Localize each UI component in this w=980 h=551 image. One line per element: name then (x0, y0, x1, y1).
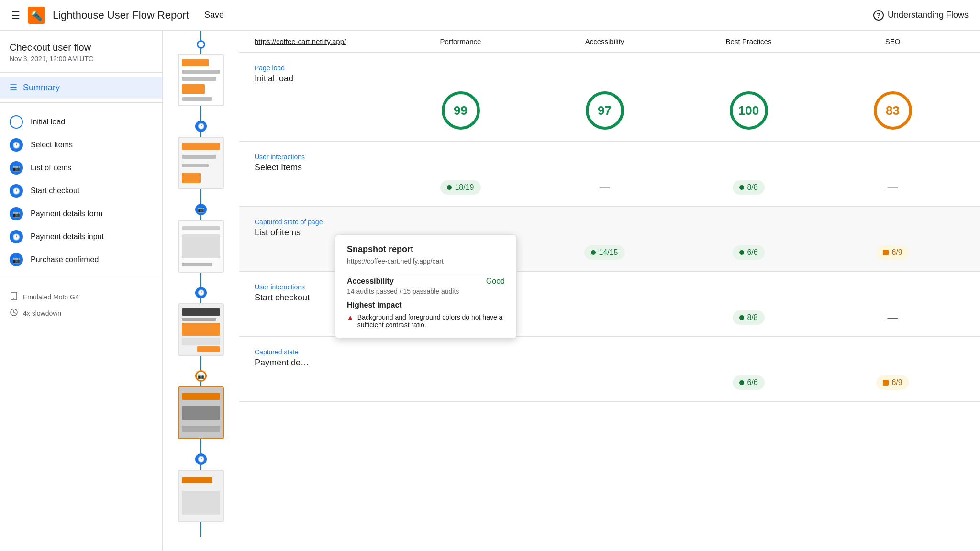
tooltip-a11y-sub: 14 audits passed / 15 passable audits (347, 287, 505, 295)
timeline-item-3: 📷 (178, 204, 224, 287)
circle-score-100: 100 (730, 91, 768, 130)
tooltip-divider (347, 272, 505, 272)
score-cell-a11y: 97 (533, 91, 677, 130)
clock-icon: 🕐 (10, 184, 23, 198)
sidebar-item-payment-details-input[interactable]: 🕐 Payment details input (0, 225, 162, 248)
col-performance: Performance (389, 37, 533, 45)
timeline-dot-clock-3: 🕐 (195, 453, 207, 465)
sidebar-item-purchase-confirmed[interactable]: 📷 Purchase confirmed (0, 248, 162, 271)
sidebar-item-payment-details-form[interactable]: 📷 Payment details form (0, 202, 162, 225)
score-cell-a11y: 14/15 (533, 245, 677, 260)
pill-value: 6/9 (891, 378, 902, 387)
site-url[interactable]: https://coffee-cart.netlify.app/ (255, 37, 389, 45)
pill-value: 14/15 (599, 248, 618, 257)
connector (200, 132, 201, 137)
pill-dot-green (739, 380, 744, 385)
score-cell-bp: 6/6 (677, 245, 821, 260)
warning-icon: ▲ (347, 313, 354, 321)
timeline-item-5: 📷 (178, 370, 224, 453)
connector (200, 465, 201, 470)
sidebar-item-label: Payment details input (31, 232, 104, 241)
score-value: 100 (738, 103, 759, 118)
score-cell-seo: — (821, 181, 965, 194)
circle-score-97: 97 (586, 91, 624, 130)
dash-score: — (600, 181, 610, 194)
connector (200, 49, 201, 54)
pill-score-6-9-b: 6/9 (876, 375, 909, 390)
help-icon: ? (873, 10, 884, 21)
timeline-dot-clock-1: 🕐 (195, 121, 207, 132)
timeline-dot-circle (197, 40, 205, 49)
tooltip-popup: Snapshot report https://coffee-cart.netl… (335, 234, 517, 339)
thumbnail-6[interactable] (178, 470, 224, 522)
sidebar-item-list-of-items[interactable]: 📷 List of items (0, 156, 162, 179)
dash-score: — (888, 311, 898, 324)
timeline-item-4: 🕐 (178, 287, 224, 370)
understanding-flows-label: Understanding Flows (888, 10, 969, 20)
pill-value: 6/9 (891, 248, 902, 257)
sidebar-item-select-items[interactable]: 🕐 Select Items (0, 133, 162, 156)
pill-score-8-8-b: 8/8 (733, 310, 764, 325)
section-name[interactable]: Select Items (255, 163, 965, 173)
sidebar: Checkout user flow Nov 3, 2021, 12:00 AM… (0, 31, 163, 551)
timeline-dot-camera-1: 📷 (195, 204, 207, 215)
thumbnail-2[interactable] (178, 137, 224, 189)
timeline-column: 🕐 📷 (163, 31, 239, 537)
slowdown-value: 4x slowdown (23, 309, 61, 317)
connector (200, 439, 201, 453)
score-cell-bp: 6/6 (677, 375, 821, 390)
menu-icon[interactable]: ☰ (11, 10, 20, 21)
svg-text:🔦: 🔦 (31, 10, 43, 22)
section-user-interactions-1: User interactions Select Items 18/19 — (239, 142, 980, 207)
connector (200, 106, 201, 121)
connector (200, 382, 201, 386)
pill-value: 6/6 (747, 248, 757, 257)
score-cell-seo: — (821, 311, 965, 324)
circle-score-83: 83 (874, 91, 912, 130)
clock-icon: 🕐 (10, 230, 23, 243)
score-value: 99 (454, 103, 468, 118)
thumbnail-3[interactable] (178, 220, 224, 273)
device-icon (10, 292, 18, 302)
understanding-flows-link[interactable]: ? Understanding Flows (873, 10, 969, 21)
camera-icon: 📷 (10, 161, 23, 175)
camera-icon: 📷 (10, 253, 23, 266)
circle-icon (10, 115, 23, 129)
section-name[interactable]: Initial load (255, 74, 965, 84)
flow-title: Checkout user flow (10, 42, 153, 53)
summary-label: Summary (23, 83, 60, 93)
main-content: 🕐 📷 (163, 31, 980, 551)
pill-dot-green (447, 185, 452, 190)
save-button[interactable]: Save (204, 10, 224, 20)
section-type-label: User interactions (255, 153, 965, 161)
app-title: Lighthouse User Flow Report (53, 9, 189, 22)
thumbnail-5[interactable] (178, 386, 224, 439)
tooltip-a11y-label: Accessibility (347, 277, 394, 286)
col-seo: SEO (821, 37, 965, 45)
slowdown-icon (10, 308, 18, 319)
pill-score-14-15: 14/15 (584, 245, 624, 260)
connector (200, 298, 201, 303)
thumbnail-4[interactable] (178, 303, 224, 356)
connector (200, 356, 201, 370)
pill-score-18-19: 18/19 (440, 180, 480, 195)
timeline-dot-clock-2: 🕐 (195, 287, 207, 298)
clock-icon: 🕐 (10, 138, 23, 152)
flow-date: Nov 3, 2021, 12:00 AM UTC (10, 55, 153, 63)
tooltip-url: https://coffee-cart.netlify.app/cart (347, 257, 505, 265)
score-cell-a11y: — (533, 181, 677, 194)
sidebar-item-initial-load[interactable]: Initial load (0, 110, 162, 133)
thumbnail-1[interactable] (178, 54, 224, 106)
pill-dot-green (591, 250, 596, 255)
sidebar-item-label: List of items (31, 164, 71, 172)
summary-nav-item[interactable]: ☰ Summary (0, 77, 162, 99)
score-cell-bp: 100 (677, 91, 821, 130)
section-name[interactable]: Payment de… (255, 358, 965, 368)
sidebar-footer: Emulated Moto G4 4x slowdown (0, 279, 162, 331)
timeline-item-2: 🕐 (178, 121, 224, 204)
pill-value: 8/8 (747, 183, 757, 192)
list-icon: ☰ (10, 82, 17, 93)
sidebar-item-start-checkout[interactable]: 🕐 Start checkout (0, 179, 162, 202)
score-value: 83 (886, 103, 900, 118)
sidebar-item-label: Initial load (31, 118, 65, 126)
